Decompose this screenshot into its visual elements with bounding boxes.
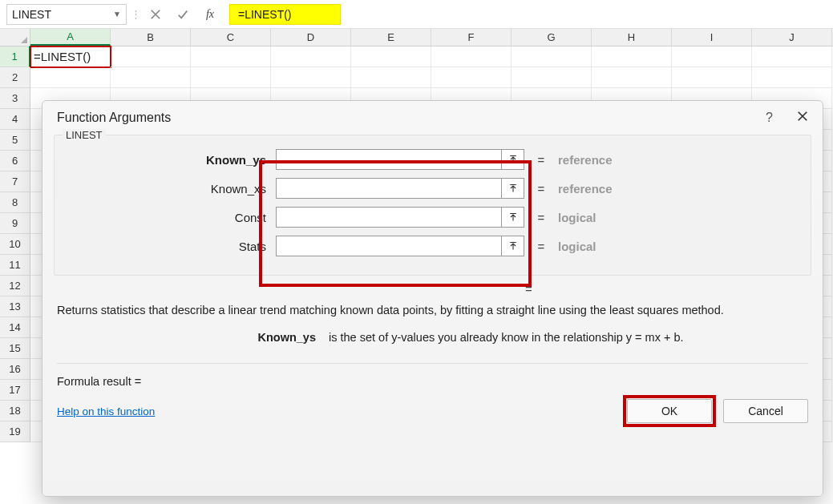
row-header-1[interactable]: 1 <box>0 46 30 67</box>
collapse-dialog-icon[interactable] <box>502 149 524 170</box>
arg-hint: reference <box>558 182 613 196</box>
help-link[interactable]: Help on this function <box>57 405 155 417</box>
arg-input-stats[interactable] <box>276 236 502 256</box>
arguments-fieldset: LINEST Known_ys = reference Known_xs = r… <box>54 135 811 276</box>
row-header-9[interactable]: 9 <box>0 213 30 234</box>
cell-A1[interactable]: =LINEST() <box>30 46 111 67</box>
column-header-D[interactable]: D <box>271 29 351 46</box>
arg-input-known-ys[interactable] <box>276 149 502 170</box>
arg-hint: logical <box>558 211 596 224</box>
function-name-label: LINEST <box>63 129 106 141</box>
cell-I1[interactable] <box>672 46 752 67</box>
cell-D1[interactable] <box>271 46 351 67</box>
cell-B1[interactable] <box>111 46 191 67</box>
function-description: Returns statistics that describe a linea… <box>42 296 823 318</box>
row-header-19[interactable]: 19 <box>0 421 30 442</box>
cell-H1[interactable] <box>592 46 672 67</box>
row-header-7[interactable]: 7 <box>0 171 30 192</box>
name-box-value: LINEST <box>12 8 51 21</box>
cell[interactable] <box>271 67 351 88</box>
row-header-10[interactable]: 10 <box>0 234 30 255</box>
cell[interactable] <box>672 67 752 88</box>
collapse-dialog-icon[interactable] <box>502 207 524 228</box>
column-header-F[interactable]: F <box>431 29 512 46</box>
function-arguments-dialog: Function Arguments ? LINEST Known_ys = r… <box>42 100 823 497</box>
column-header-A[interactable]: A <box>30 29 111 46</box>
arg-desc-text: is the set of y-values you already know … <box>329 331 683 344</box>
arg-label: Known_xs <box>66 182 266 196</box>
cell[interactable] <box>752 67 832 88</box>
cell-G1[interactable] <box>512 46 592 67</box>
equals-sign: = <box>525 282 532 296</box>
name-box[interactable]: LINEST ▼ <box>6 4 127 25</box>
row-header-11[interactable]: 11 <box>0 255 30 276</box>
row-header-4[interactable]: 4 <box>0 109 30 130</box>
column-header-E[interactable]: E <box>351 29 431 46</box>
column-header-J[interactable]: J <box>752 29 832 46</box>
column-header-H[interactable]: H <box>592 29 672 46</box>
result-equals-row: = <box>42 276 823 296</box>
cancel-formula-icon[interactable] <box>144 4 167 25</box>
column-header-G[interactable]: G <box>512 29 592 46</box>
arg-label: Const <box>66 211 266 224</box>
row-header-13[interactable]: 13 <box>0 296 30 317</box>
formula-result-label: Formula result = <box>42 364 823 388</box>
arg-hint: logical <box>558 240 596 253</box>
cell[interactable] <box>431 67 512 88</box>
arg-label: Stats <box>66 240 266 253</box>
row-header-5[interactable]: 5 <box>0 130 30 151</box>
argument-description: Known_ys is the set of y-values you alre… <box>42 318 823 344</box>
arg-row-known-xs: Known_xs = reference <box>66 174 799 203</box>
cell[interactable] <box>111 67 191 88</box>
row-header-12[interactable]: 12 <box>0 276 30 296</box>
collapse-dialog-icon[interactable] <box>502 236 524 256</box>
dialog-titlebar[interactable]: Function Arguments ? <box>42 101 823 131</box>
cell[interactable] <box>512 67 592 88</box>
column-header-C[interactable]: C <box>191 29 271 46</box>
cancel-button[interactable]: Cancel <box>723 399 808 423</box>
collapse-dialog-icon[interactable] <box>502 178 524 199</box>
equals-sign: = <box>534 240 548 253</box>
select-all-corner[interactable] <box>0 29 30 46</box>
cell-J1[interactable] <box>752 46 832 67</box>
arg-input-const[interactable] <box>276 207 502 228</box>
row-header-17[interactable]: 17 <box>0 380 30 401</box>
chevron-down-icon[interactable]: ▼ <box>113 10 121 18</box>
arg-row-const: Const = logical <box>66 203 799 232</box>
row-header-14[interactable]: 14 <box>0 317 30 338</box>
arg-row-stats: Stats = logical <box>66 232 799 260</box>
row-header-3[interactable]: 3 <box>0 88 30 109</box>
cell[interactable] <box>592 67 672 88</box>
row-header-18[interactable]: 18 <box>0 401 30 421</box>
cell[interactable] <box>191 67 271 88</box>
arg-desc-key: Known_ys <box>57 331 326 344</box>
equals-sign: = <box>534 211 548 224</box>
formula-bar-area: LINEST ▼ ⋮ fx =LINEST() <box>0 0 833 29</box>
enter-formula-icon[interactable] <box>172 4 194 25</box>
arg-label: Known_ys <box>66 153 266 167</box>
ok-button[interactable]: OK <box>627 399 712 423</box>
separator: ⋮ <box>131 8 140 20</box>
column-headers: A B C D E F G H I J <box>0 29 833 46</box>
insert-function-icon[interactable]: fx <box>199 4 221 25</box>
row-header-16[interactable]: 16 <box>0 359 30 380</box>
row-header-8[interactable]: 8 <box>0 192 30 213</box>
cell[interactable] <box>351 67 431 88</box>
row-header-2[interactable]: 2 <box>0 67 30 88</box>
cell-C1[interactable] <box>191 46 271 67</box>
arg-hint: reference <box>558 153 613 167</box>
cell-F1[interactable] <box>431 46 512 67</box>
column-header-B[interactable]: B <box>111 29 191 46</box>
column-header-I[interactable]: I <box>672 29 752 46</box>
arg-input-known-xs[interactable] <box>276 178 502 199</box>
formula-bar-value[interactable]: =LINEST() <box>238 8 292 21</box>
row-header-15[interactable]: 15 <box>0 338 30 359</box>
close-icon[interactable] <box>797 111 808 125</box>
row-header-6[interactable]: 6 <box>0 151 30 171</box>
equals-sign: = <box>534 153 548 167</box>
formula-bar-value-highlight: =LINEST() <box>229 4 341 25</box>
help-icon[interactable]: ? <box>766 111 773 125</box>
cell-E1[interactable] <box>351 46 431 67</box>
cell[interactable] <box>30 67 111 88</box>
arg-row-known-ys: Known_ys = reference <box>66 145 799 174</box>
